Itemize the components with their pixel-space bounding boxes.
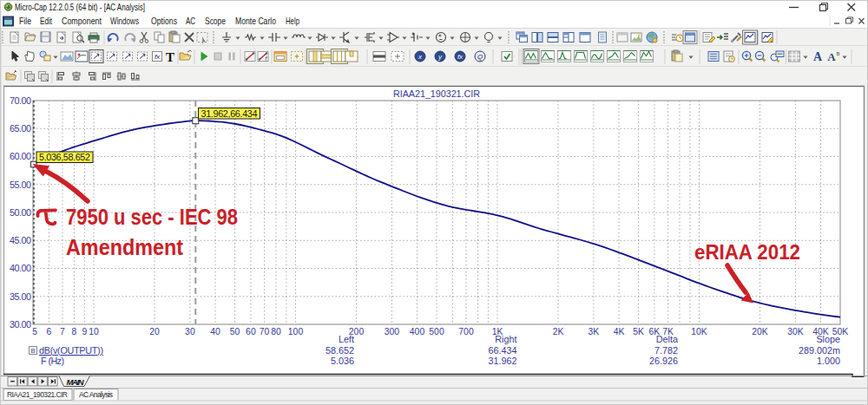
svg-text:fx: fx bbox=[155, 53, 161, 61]
svg-text:RIAA21_190321.CIR: RIAA21_190321.CIR bbox=[7, 390, 68, 399]
svg-text:4K: 4K bbox=[614, 327, 625, 336]
svg-text:7.782: 7.782 bbox=[654, 345, 678, 356]
svg-text:RIAA21_190321.CIR: RIAA21_190321.CIR bbox=[393, 88, 480, 99]
svg-text:B: B bbox=[837, 51, 840, 56]
svg-text:30.00: 30.00 bbox=[10, 319, 31, 330]
svg-text:F (Hz): F (Hz) bbox=[41, 356, 64, 366]
svg-text:5: 5 bbox=[32, 327, 37, 336]
svg-text:AC Analysis: AC Analysis bbox=[79, 390, 113, 399]
svg-text:5K: 5K bbox=[633, 327, 644, 336]
svg-text:70.00: 70.00 bbox=[10, 95, 31, 106]
svg-text:Scope: Scope bbox=[205, 16, 226, 26]
svg-text:Monte Carlo: Monte Carlo bbox=[235, 16, 276, 26]
svg-text:Right: Right bbox=[495, 334, 516, 344]
svg-text:400: 400 bbox=[410, 327, 425, 336]
svg-text:50: 50 bbox=[230, 327, 240, 336]
svg-text:289.002m: 289.002m bbox=[799, 345, 840, 356]
svg-text:40.00: 40.00 bbox=[10, 263, 31, 273]
svg-text:3K: 3K bbox=[589, 327, 600, 336]
svg-text:1.000: 1.000 bbox=[817, 356, 840, 366]
svg-text:50.00: 50.00 bbox=[10, 207, 31, 218]
svg-text:Slope: Slope bbox=[816, 334, 840, 344]
svg-text:40: 40 bbox=[210, 327, 220, 336]
svg-text:File: File bbox=[19, 16, 31, 26]
svg-text:7: 7 bbox=[60, 327, 65, 336]
svg-text:dB(v(OUTPUT)): dB(v(OUTPUT)) bbox=[39, 345, 103, 356]
svg-text:65.00: 65.00 bbox=[10, 123, 31, 134]
svg-text:700: 700 bbox=[458, 327, 474, 336]
svg-text:58.652: 58.652 bbox=[326, 345, 354, 356]
svg-text:5.036,58.652: 5.036,58.652 bbox=[39, 152, 90, 162]
svg-text:30K: 30K bbox=[787, 327, 804, 336]
svg-text:30: 30 bbox=[185, 327, 195, 336]
svg-text:B: B bbox=[30, 347, 35, 355]
svg-text:31.962,66.434: 31.962,66.434 bbox=[201, 108, 258, 119]
svg-text:31.962: 31.962 bbox=[488, 356, 516, 366]
svg-text:45.00: 45.00 bbox=[10, 235, 31, 245]
svg-text:66.434: 66.434 bbox=[488, 345, 516, 356]
svg-text:60: 60 bbox=[246, 327, 256, 336]
svg-text:7950 u sec - IEC 98: 7950 u sec - IEC 98 bbox=[66, 205, 238, 229]
svg-text:Q: Q bbox=[477, 53, 483, 61]
svg-text:Micro-Cap 12.2.0.5 (64 bit) -: Micro-Cap 12.2.0.5 (64 bit) - [AC Analys… bbox=[15, 2, 145, 12]
svg-text:T: T bbox=[166, 50, 174, 64]
svg-text:26.926: 26.926 bbox=[649, 356, 678, 366]
svg-text:300: 300 bbox=[385, 327, 400, 336]
svg-text:55.00: 55.00 bbox=[10, 180, 31, 190]
svg-text:100: 100 bbox=[288, 327, 304, 336]
svg-text:Windows: Windows bbox=[110, 16, 139, 26]
svg-text:70: 70 bbox=[260, 327, 270, 336]
svg-text:Component: Component bbox=[62, 16, 102, 26]
svg-text:Left: Left bbox=[339, 334, 354, 344]
svg-text:8: 8 bbox=[72, 327, 77, 336]
svg-text:Edit: Edit bbox=[40, 16, 52, 26]
svg-text:500: 500 bbox=[429, 327, 444, 336]
svg-text:AC: AC bbox=[186, 16, 195, 26]
svg-text:5.036: 5.036 bbox=[331, 356, 354, 366]
svg-text:20K: 20K bbox=[752, 327, 768, 336]
svg-text:Help: Help bbox=[286, 16, 299, 26]
svg-text:fx: fx bbox=[457, 53, 464, 61]
svg-text:A: A bbox=[827, 50, 836, 63]
svg-text:9: 9 bbox=[82, 327, 88, 336]
svg-text:A: A bbox=[813, 50, 823, 63]
svg-text:Delta: Delta bbox=[656, 334, 678, 344]
svg-text:MAIN: MAIN bbox=[67, 377, 85, 387]
svg-text:2K: 2K bbox=[553, 327, 564, 336]
svg-text:35.00: 35.00 bbox=[10, 291, 31, 302]
svg-text:20: 20 bbox=[149, 327, 160, 336]
svg-text:6: 6 bbox=[47, 327, 52, 336]
svg-text:60.00: 60.00 bbox=[10, 151, 31, 161]
svg-text:Amendment: Amendment bbox=[66, 235, 184, 259]
svg-text:Options: Options bbox=[151, 16, 177, 26]
svg-text:80: 80 bbox=[271, 327, 281, 336]
svg-text:10: 10 bbox=[89, 327, 99, 336]
svg-text:eRIAA 2012: eRIAA 2012 bbox=[694, 240, 800, 264]
svg-text:10K: 10K bbox=[691, 327, 707, 336]
